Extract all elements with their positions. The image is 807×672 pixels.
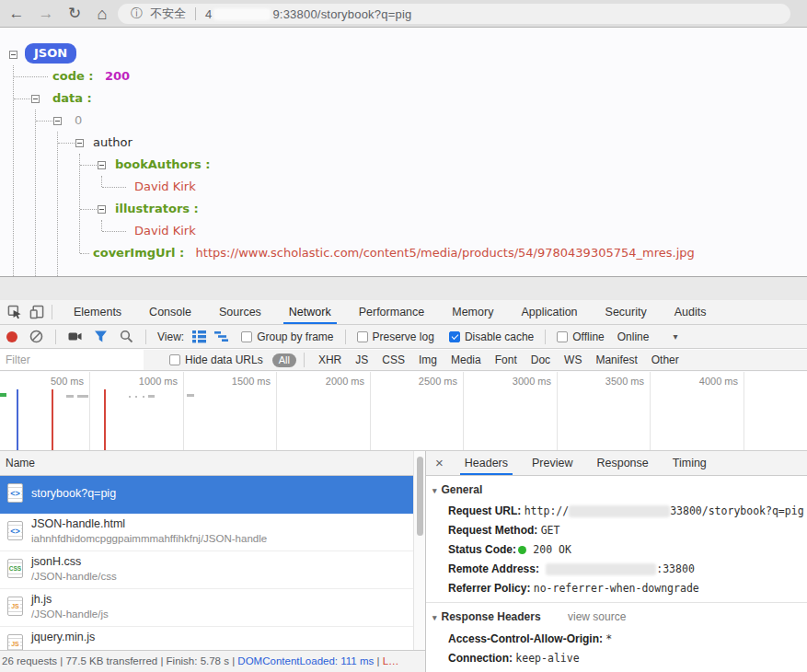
reload-icon[interactable]: ↻ (63, 3, 86, 25)
filter-input[interactable] (0, 350, 144, 370)
large-rows-icon[interactable] (192, 330, 206, 343)
tab-performance[interactable]: Performance (355, 300, 429, 324)
requests-name-header[interactable]: Name (0, 451, 425, 476)
group-by-frame-label[interactable]: Group by frame (257, 330, 333, 343)
tab-timing[interactable]: Timing (670, 451, 709, 475)
device-toolbar-icon[interactable] (29, 305, 44, 319)
collapse-toggle-bookauthors[interactable] (98, 161, 106, 169)
timeline-overview[interactable]: 500 ms 1000 ms 1500 ms 2000 ms 2500 ms 3… (0, 372, 807, 451)
filter-type-other[interactable]: Other (651, 353, 679, 366)
filter-type-img[interactable]: Img (419, 353, 437, 366)
address-bar[interactable]: ⓘ 不安全 4 9:33800/storybook?q=pig (118, 4, 790, 24)
request-path: /JSON-handle/css (31, 571, 117, 582)
request-row-json-handle-html[interactable]: <> JSON-handle.html iahnhfdhidomcpggpaim… (0, 514, 425, 551)
collapse-toggle-index0[interactable] (53, 117, 62, 125)
filter-type-js[interactable]: JS (355, 353, 368, 366)
timeline-tick: 2000 ms (300, 376, 364, 387)
disclosure-triangle-icon[interactable]: ▾ (432, 613, 437, 622)
address-divider (195, 7, 196, 20)
json-viewer-page: JSON code : 200 data : 0 author bookAuth… (0, 28, 807, 276)
throttling-select[interactable]: Online (617, 330, 650, 343)
record-icon[interactable] (6, 331, 17, 342)
timeline-request-bar (135, 396, 137, 398)
request-row-jquery-min-js[interactable]: JS jquery.min.js (0, 627, 425, 650)
tab-security[interactable]: Security (602, 300, 651, 324)
tab-headers[interactable]: Headers (462, 451, 511, 475)
offline-checkbox[interactable] (557, 331, 568, 342)
filter-type-ws[interactable]: WS (564, 353, 582, 366)
group-by-frame-checkbox[interactable] (241, 331, 252, 342)
tab-preview[interactable]: Preview (529, 451, 575, 475)
toolbar-separator (52, 305, 52, 319)
filter-type-media[interactable]: Media (451, 353, 481, 366)
devtools-splitter-strip[interactable] (0, 276, 807, 300)
filter-type-all[interactable]: All (272, 353, 296, 367)
field-value: GET (541, 524, 560, 537)
filter-type-doc[interactable]: Doc (531, 353, 550, 366)
clear-icon[interactable] (29, 330, 43, 343)
waterfall-icon[interactable] (214, 330, 228, 343)
json-root-node[interactable]: JSON (25, 43, 76, 64)
preserve-log-checkbox[interactable] (357, 331, 368, 342)
browser-window: ← → ↻ ⌂ ⓘ 不安全 4 9:33800/storybook?q=pig (0, 0, 807, 672)
preserve-log-label[interactable]: Preserve log (373, 330, 434, 343)
back-icon[interactable]: ← (6, 3, 28, 25)
toolbar-separator (545, 330, 546, 344)
section-divider (426, 602, 807, 603)
tab-audits[interactable]: Audits (671, 300, 710, 324)
request-row-jsonh-css[interactable]: CSS jsonH.css /JSON-handle/css (0, 551, 425, 589)
close-icon[interactable]: × (435, 451, 444, 475)
script-file-icon: JS (7, 597, 23, 616)
timeline-gridline (276, 372, 277, 450)
url-redacted-host (213, 8, 271, 20)
disable-cache-label[interactable]: Disable cache (465, 330, 534, 343)
collapse-toggle-author[interactable] (75, 139, 84, 147)
disclosure-triangle-icon[interactable]: ▾ (432, 486, 437, 495)
info-icon[interactable]: ⓘ (131, 6, 143, 22)
requests-scrollbar[interactable] (413, 451, 425, 650)
hide-data-urls-checkbox[interactable] (169, 354, 180, 365)
tab-elements[interactable]: Elements (70, 300, 125, 324)
capture-screenshots-icon[interactable] (68, 330, 82, 343)
redacted-address (546, 563, 656, 575)
browser-toolbar: ← → ↻ ⌂ ⓘ 不安全 4 9:33800/storybook?q=pig (0, 0, 807, 28)
search-icon[interactable] (120, 330, 133, 343)
filter-type-css[interactable]: CSS (382, 353, 405, 366)
request-path: /JSON-handle/js (31, 608, 109, 620)
scrollbar-thumb[interactable] (417, 457, 423, 536)
field-label: Connection: (448, 652, 513, 665)
home-icon[interactable]: ⌂ (91, 3, 113, 25)
filter-funnel-icon[interactable] (94, 330, 108, 343)
collapse-toggle-root[interactable] (9, 51, 17, 59)
chevron-down-icon[interactable]: ▾ (673, 331, 677, 342)
tab-console[interactable]: Console (145, 300, 195, 324)
filter-type-manifest[interactable]: Manifest (595, 353, 637, 366)
offline-label[interactable]: Offline (572, 330, 604, 343)
tab-application[interactable]: Application (517, 300, 581, 324)
request-row-jh-js[interactable]: JS jh.js /JSON-handle/js (0, 589, 425, 627)
tree-guide (101, 220, 102, 231)
filter-type-xhr[interactable]: XHR (318, 353, 341, 366)
filter-type-font[interactable]: Font (495, 353, 517, 366)
tab-response[interactable]: Response (594, 451, 651, 475)
tree-row-bookauthors: bookAuthors : (115, 157, 210, 173)
script-file-icon: JS (7, 634, 23, 650)
tab-sources[interactable]: Sources (215, 300, 265, 324)
disable-cache-checkbox[interactable] (449, 331, 460, 342)
forward-icon[interactable]: → (35, 3, 57, 25)
tab-network[interactable]: Network (285, 300, 335, 324)
field-value: :33800 (656, 562, 695, 575)
tree-guide (35, 110, 36, 276)
hide-data-urls-label[interactable]: Hide data URLs (185, 353, 263, 366)
document-file-icon: <> (7, 521, 23, 540)
collapse-toggle-illustrators[interactable] (98, 205, 106, 214)
collapse-toggle-data[interactable] (31, 95, 40, 103)
timeline-gridline (744, 372, 744, 450)
tab-memory[interactable]: Memory (448, 300, 497, 324)
file-icon-glyph: <> (9, 527, 21, 535)
file-icon-glyph: CSS (8, 565, 22, 573)
view-source-link[interactable]: view source (568, 610, 626, 623)
request-row-storybook[interactable]: <> storybook?q=pig (0, 476, 425, 514)
inspect-element-icon[interactable] (7, 305, 22, 319)
tree-value-bookauthors: David Kirk (134, 180, 196, 195)
